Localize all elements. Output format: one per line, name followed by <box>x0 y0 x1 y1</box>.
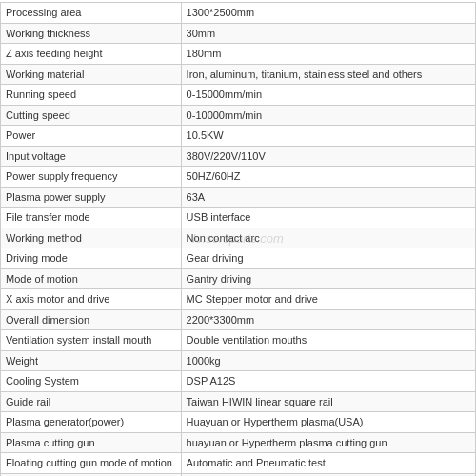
spec-label: Plasma generator(power) <box>1 412 182 433</box>
table-row: Guide railTaiwan HIWIN linear square rai… <box>1 391 476 412</box>
spec-label: Working thickness <box>1 23 182 44</box>
table-row: Plasma power supply63A <box>1 187 476 208</box>
spec-label: Running speed <box>1 85 182 106</box>
spec-value: USB interface <box>181 208 475 228</box>
spec-label: Floating cutting gun mode of motion <box>1 453 182 474</box>
spec-label: Input voltage <box>1 146 182 167</box>
spec-label: Weight <box>1 350 182 371</box>
table-row: Mode of motionGantry driving <box>1 268 476 289</box>
spec-value: Taiwan HIWIN linear square rail <box>181 391 475 412</box>
spec-value: 380V/220V/110V <box>181 146 475 167</box>
spec-label: Plasma cutting gun <box>1 432 182 453</box>
table-row: Processing area1300*2500mm <box>1 3 476 24</box>
table-row: Power10.5KW <box>1 126 476 147</box>
spec-label: Plasma power supply <box>1 187 182 208</box>
table-row: Ventilation system install mouthDouble v… <box>1 330 476 351</box>
spec-label: Mode of motion <box>1 268 182 289</box>
spec-value: Huayuan or Hypertherm plasma(USA) <box>181 412 475 433</box>
table-row: Z axis feeding height180mm <box>1 44 476 65</box>
spec-value: huayuan or Hypertherm plasma cutting gun <box>181 432 475 453</box>
table-row: Driving modeGear driving <box>1 248 476 269</box>
table-row: Running speed0-15000mm/min <box>1 85 476 106</box>
table-row: Working materialIron, aluminum, titanium… <box>1 64 476 85</box>
table-row: File transfer modeUSB interface <box>1 208 476 228</box>
spec-value: 63A <box>181 187 475 208</box>
spec-value: 2200*3300mm <box>181 309 475 330</box>
spec-label: Working material <box>1 64 182 85</box>
table-row: Floating cutting gun mode of motionAutom… <box>1 453 476 474</box>
table-row: Power supply frequency50HZ/60HZ <box>1 167 476 188</box>
spec-label: Cutting speed <box>1 105 182 126</box>
spec-value: 1300*2500mm <box>181 3 475 24</box>
spec-label: Driving mode <box>1 248 182 269</box>
spec-value: 10.5KW <box>181 126 475 147</box>
spec-label: Working method <box>1 228 182 248</box>
table-row: Overall dimension2200*3300mm <box>1 309 476 330</box>
spec-value: 50HZ/60HZ <box>181 167 475 188</box>
spec-label: Power <box>1 126 182 147</box>
spec-value: Iron, aluminum, titanium, stainless stee… <box>181 64 475 85</box>
spec-label: Ventilation system install mouth <box>1 330 182 351</box>
spec-value: Automatic and Pneumatic test <box>181 453 475 474</box>
spec-value: 0-15000mm/min <box>181 85 475 106</box>
table-row: Plasma generator(power)Huayuan or Hypert… <box>1 412 476 433</box>
spec-label: File transfer mode <box>1 208 182 228</box>
table-row: Input voltage380V/220V/110V <box>1 146 476 167</box>
spec-value: 1000kg <box>181 350 475 371</box>
spec-label: Power supply frequency <box>1 167 182 188</box>
spec-label: Cooling System <box>1 371 182 392</box>
spec-value: 0-10000mm/min <box>181 105 475 126</box>
spec-value: MC Stepper motor and drive <box>181 289 475 310</box>
table-row: Cutting speed0-10000mm/min <box>1 105 476 126</box>
spec-value: DSP A12S <box>181 371 475 392</box>
table-row: Weight1000kg <box>1 350 476 371</box>
table-row: Working thickness30mm <box>1 23 476 44</box>
spec-value: 30mm <box>181 23 475 44</box>
spec-value: Gear driving <box>181 248 475 269</box>
spec-label: Z axis feeding height <box>1 44 182 65</box>
table-row: Working methodNon contact arc <box>1 228 476 248</box>
table-row: Plasma cutting gunhuayuan or Hypertherm … <box>1 432 476 453</box>
spec-label: Processing area <box>1 3 182 24</box>
spec-label: X axis motor and drive <box>1 289 182 310</box>
spec-value: Double ventilation mouths <box>181 330 475 351</box>
spec-label: Overall dimension <box>1 309 182 330</box>
spec-label: Guide rail <box>1 391 182 412</box>
spec-value: 180mm <box>181 44 475 65</box>
spec-value: Non contact arc <box>181 228 475 248</box>
table-row: Cooling SystemDSP A12S <box>1 371 476 392</box>
table-row: X axis motor and driveMC Stepper motor a… <box>1 289 476 310</box>
spec-value: Gantry driving <box>181 268 475 289</box>
specs-table: Processing area1300*2500mmWorking thickn… <box>0 2 476 476</box>
